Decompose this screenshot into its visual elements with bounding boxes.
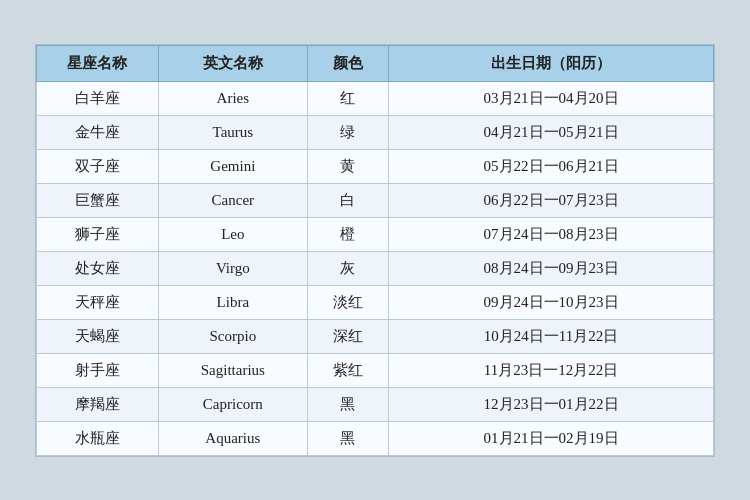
table-row: 天蝎座Scorpio深红10月24日一11月22日 (37, 319, 714, 353)
table-row: 狮子座Leo橙07月24日一08月23日 (37, 217, 714, 251)
cell-date: 08月24日一09月23日 (389, 251, 714, 285)
cell-chinese: 金牛座 (37, 115, 159, 149)
cell-chinese: 狮子座 (37, 217, 159, 251)
cell-chinese: 射手座 (37, 353, 159, 387)
zodiac-table-container: 星座名称 英文名称 颜色 出生日期（阳历） 白羊座Aries红03月21日一04… (35, 44, 715, 457)
cell-english: Sagittarius (158, 353, 307, 387)
cell-english: Cancer (158, 183, 307, 217)
cell-date: 04月21日一05月21日 (389, 115, 714, 149)
table-row: 射手座Sagittarius紫红11月23日一12月22日 (37, 353, 714, 387)
cell-english: Libra (158, 285, 307, 319)
cell-chinese: 处女座 (37, 251, 159, 285)
cell-color: 白 (307, 183, 388, 217)
table-row: 双子座Gemini黄05月22日一06月21日 (37, 149, 714, 183)
cell-color: 淡红 (307, 285, 388, 319)
cell-date: 01月21日一02月19日 (389, 421, 714, 455)
cell-date: 05月22日一06月21日 (389, 149, 714, 183)
table-row: 处女座Virgo灰08月24日一09月23日 (37, 251, 714, 285)
cell-english: Gemini (158, 149, 307, 183)
cell-date: 09月24日一10月23日 (389, 285, 714, 319)
cell-chinese: 天蝎座 (37, 319, 159, 353)
table-row: 天秤座Libra淡红09月24日一10月23日 (37, 285, 714, 319)
cell-english: Scorpio (158, 319, 307, 353)
cell-color: 黄 (307, 149, 388, 183)
cell-english: Virgo (158, 251, 307, 285)
cell-color: 灰 (307, 251, 388, 285)
cell-chinese: 白羊座 (37, 81, 159, 115)
cell-color: 绿 (307, 115, 388, 149)
header-chinese: 星座名称 (37, 45, 159, 81)
header-color: 颜色 (307, 45, 388, 81)
cell-english: Capricorn (158, 387, 307, 421)
cell-chinese: 摩羯座 (37, 387, 159, 421)
cell-date: 10月24日一11月22日 (389, 319, 714, 353)
cell-date: 03月21日一04月20日 (389, 81, 714, 115)
cell-date: 11月23日一12月22日 (389, 353, 714, 387)
table-row: 水瓶座Aquarius黑01月21日一02月19日 (37, 421, 714, 455)
table-row: 摩羯座Capricorn黑12月23日一01月22日 (37, 387, 714, 421)
zodiac-table: 星座名称 英文名称 颜色 出生日期（阳历） 白羊座Aries红03月21日一04… (36, 45, 714, 456)
cell-color: 黑 (307, 387, 388, 421)
cell-english: Taurus (158, 115, 307, 149)
table-row: 金牛座Taurus绿04月21日一05月21日 (37, 115, 714, 149)
cell-english: Aquarius (158, 421, 307, 455)
cell-chinese: 水瓶座 (37, 421, 159, 455)
table-row: 白羊座Aries红03月21日一04月20日 (37, 81, 714, 115)
table-row: 巨蟹座Cancer白06月22日一07月23日 (37, 183, 714, 217)
cell-chinese: 双子座 (37, 149, 159, 183)
cell-color: 深红 (307, 319, 388, 353)
table-header-row: 星座名称 英文名称 颜色 出生日期（阳历） (37, 45, 714, 81)
cell-english: Leo (158, 217, 307, 251)
cell-color: 红 (307, 81, 388, 115)
header-english: 英文名称 (158, 45, 307, 81)
cell-date: 07月24日一08月23日 (389, 217, 714, 251)
header-date: 出生日期（阳历） (389, 45, 714, 81)
cell-date: 06月22日一07月23日 (389, 183, 714, 217)
cell-chinese: 天秤座 (37, 285, 159, 319)
cell-color: 紫红 (307, 353, 388, 387)
cell-english: Aries (158, 81, 307, 115)
cell-chinese: 巨蟹座 (37, 183, 159, 217)
cell-color: 黑 (307, 421, 388, 455)
cell-color: 橙 (307, 217, 388, 251)
cell-date: 12月23日一01月22日 (389, 387, 714, 421)
